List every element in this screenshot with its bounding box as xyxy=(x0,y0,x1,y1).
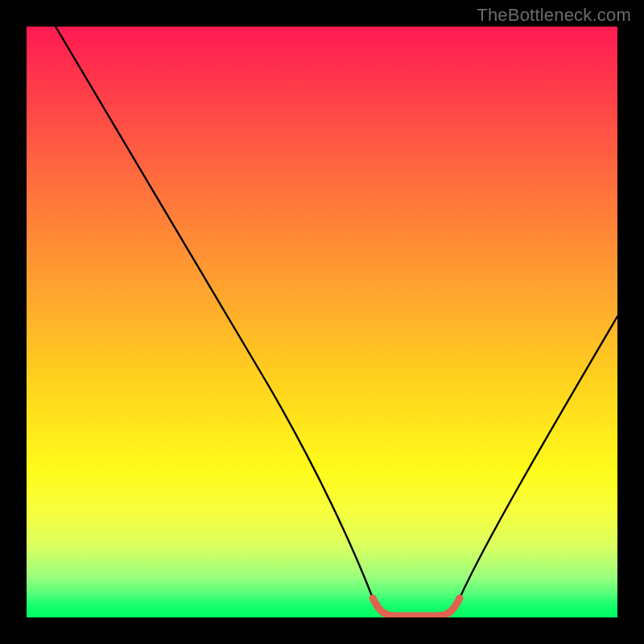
gradient-plot-area xyxy=(27,27,617,617)
outer-frame: TheBottleneck.com xyxy=(0,0,644,644)
watermark-text: TheBottleneck.com xyxy=(477,5,631,26)
